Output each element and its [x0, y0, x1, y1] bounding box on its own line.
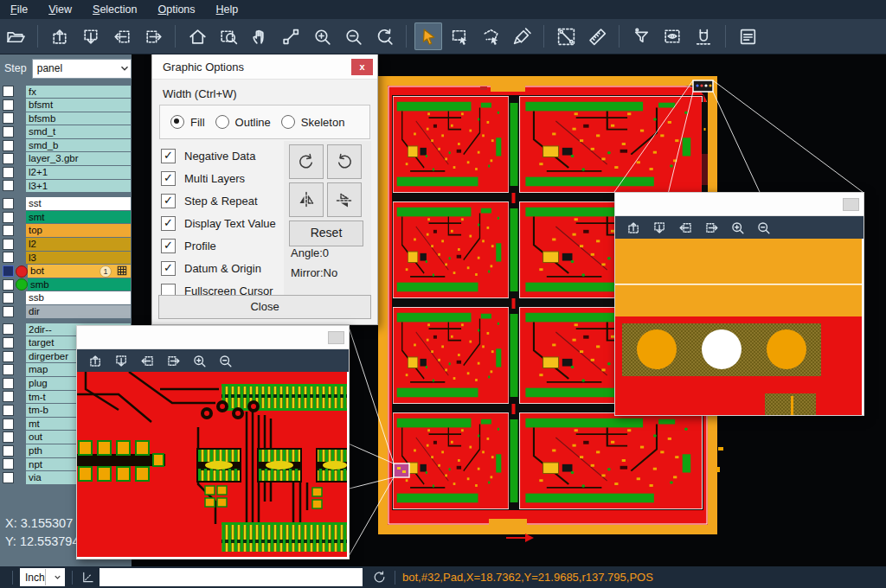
- tool-zoom-out[interactable]: [214, 350, 236, 371]
- dialog-close-button[interactable]: x: [351, 59, 373, 75]
- layer-visibility-checkbox[interactable]: [3, 292, 14, 304]
- magnifier-window-1[interactable]: [76, 325, 350, 559]
- tool-zoom-previous[interactable]: [370, 22, 398, 50]
- tool-select-rect[interactable]: [446, 22, 473, 50]
- tool-layers-panel[interactable]: [734, 22, 761, 50]
- command-input[interactable]: [100, 568, 363, 586]
- layer-row-l2[interactable]: l2: [0, 238, 132, 252]
- magnifier-window-button[interactable]: [328, 331, 344, 344]
- layer-visibility-checkbox[interactable]: [3, 391, 14, 402]
- tool-zoom-out[interactable]: [752, 217, 774, 238]
- layer-visibility-checkbox[interactable]: [3, 126, 14, 137]
- tool-measure-poly[interactable]: [277, 22, 305, 50]
- layer-visibility-checkbox[interactable]: [3, 140, 14, 151]
- tool-select-polygon[interactable]: [477, 22, 504, 50]
- tool-zoom-window[interactable]: [215, 22, 242, 50]
- layer-visibility-checkbox[interactable]: [3, 265, 14, 277]
- layer-visibility-checkbox[interactable]: [3, 351, 14, 362]
- layer-visibility-checkbox[interactable]: [3, 180, 14, 191]
- menu-item-selection[interactable]: Selection: [82, 1, 147, 18]
- layer-row-smd_t[interactable]: smd_t: [0, 125, 132, 139]
- layer-row-smb[interactable]: smb: [0, 278, 132, 291]
- tool-open-folder[interactable]: [2, 22, 29, 50]
- tool-zoom-in[interactable]: [726, 217, 748, 238]
- checkbox[interactable]: ✓: [161, 171, 176, 186]
- tool-pan-down[interactable]: [77, 22, 105, 50]
- tool-view-eye[interactable]: [658, 22, 686, 50]
- option-negative-data[interactable]: ✓Negative Data: [161, 144, 276, 167]
- tool-pan-left[interactable]: [674, 217, 697, 238]
- radio-option-skeleton[interactable]: Skeleton: [281, 115, 345, 129]
- tool-pan-right[interactable]: [700, 217, 722, 238]
- menu-item-file[interactable]: File: [0, 1, 38, 18]
- checkbox[interactable]: ✓: [161, 149, 176, 163]
- layer-visibility-checkbox[interactable]: [3, 472, 14, 483]
- layer-visibility-checkbox[interactable]: [3, 112, 14, 124]
- tool-pan-left[interactable]: [108, 22, 136, 50]
- layer-row-l3+1[interactable]: l3+1: [0, 179, 132, 193]
- tool-pan-hand[interactable]: [246, 22, 273, 50]
- layer-visibility-checkbox[interactable]: [3, 405, 14, 416]
- tool-pan-up[interactable]: [84, 350, 106, 371]
- tool-snap[interactable]: [690, 22, 717, 50]
- step-dropdown[interactable]: panel: [32, 59, 132, 79]
- layer-visibility-checkbox[interactable]: [3, 458, 14, 470]
- layer-visibility-checkbox[interactable]: [3, 153, 14, 164]
- layer-row-ssb[interactable]: ssb: [0, 291, 132, 305]
- radio-button[interactable]: [215, 115, 229, 129]
- layer-row-sst[interactable]: sst: [0, 197, 132, 211]
- layer-visibility-checkbox[interactable]: [3, 306, 14, 317]
- layer-row-l2+1[interactable]: l2+1: [0, 166, 132, 180]
- layer-visibility-checkbox[interactable]: [3, 225, 14, 236]
- layer-visibility-checkbox[interactable]: [3, 86, 14, 97]
- tool-pan-up[interactable]: [622, 217, 645, 238]
- checkbox[interactable]: ✓: [161, 261, 176, 276]
- tool-filter[interactable]: [627, 22, 655, 50]
- layer-row-l3[interactable]: l3: [0, 251, 132, 265]
- magnifier-window-button[interactable]: [843, 198, 859, 211]
- tool-zoom-in[interactable]: [188, 350, 210, 371]
- tool-pan-left[interactable]: [136, 350, 158, 371]
- layer-visibility-checkbox[interactable]: [3, 252, 14, 263]
- layer-row-bfsmt[interactable]: bfsmt: [0, 99, 132, 112]
- layer-visibility-checkbox[interactable]: [3, 239, 14, 250]
- menu-item-help[interactable]: Help: [206, 1, 249, 18]
- tool-zoom-in[interactable]: [308, 22, 336, 50]
- tool-pan-right[interactable]: [162, 350, 184, 371]
- rotate-cw-button[interactable]: [289, 144, 324, 179]
- layer-visibility-checkbox[interactable]: [3, 337, 14, 348]
- radio-option-fill[interactable]: Fill: [170, 115, 205, 129]
- layer-visibility-checkbox[interactable]: [3, 212, 14, 223]
- tool-select-cursor[interactable]: [414, 22, 442, 50]
- dialog-title-bar[interactable]: Graphic Options: [152, 54, 377, 80]
- layer-visibility-checkbox[interactable]: [3, 445, 14, 457]
- layer-visibility-checkbox[interactable]: [3, 323, 14, 335]
- refresh-icon[interactable]: [371, 569, 388, 585]
- reset-button[interactable]: Reset: [289, 220, 363, 246]
- layer-visibility-checkbox[interactable]: [3, 364, 14, 375]
- radio-option-outline[interactable]: Outline: [215, 115, 271, 129]
- layer-row-top[interactable]: top: [0, 224, 132, 238]
- tool-clear-brush[interactable]: [508, 22, 536, 50]
- unit-dropdown[interactable]: Inch: [20, 568, 65, 586]
- option-multi-layers[interactable]: ✓Multi Layers: [161, 167, 276, 189]
- layer-row-smd_b[interactable]: smd_b: [0, 138, 132, 152]
- layer-visibility-checkbox[interactable]: [3, 198, 14, 209]
- layer-visibility-checkbox[interactable]: [3, 419, 14, 430]
- radio-button[interactable]: [170, 115, 184, 129]
- tool-pan-down[interactable]: [110, 350, 132, 371]
- magnifier-title-bar[interactable]: [77, 326, 349, 349]
- layer-visibility-checkbox[interactable]: [3, 279, 14, 291]
- menu-item-view[interactable]: View: [38, 1, 82, 18]
- layer-visibility-checkbox[interactable]: [3, 378, 14, 389]
- layer-row-smt[interactable]: smt: [0, 210, 132, 224]
- checkbox[interactable]: ✓: [161, 239, 176, 253]
- layer-visibility-checkbox[interactable]: [3, 99, 14, 111]
- tool-pan-up[interactable]: [46, 22, 74, 50]
- magnifier-window-2[interactable]: [614, 192, 864, 416]
- option-display-text-value[interactable]: ✓Display Text Value: [161, 212, 276, 234]
- tool-zoom-out[interactable]: [339, 22, 367, 50]
- option-profile[interactable]: ✓Profile: [161, 234, 276, 257]
- layer-row-bfsmb[interactable]: bfsmb: [0, 112, 132, 125]
- magnifier-title-bar[interactable]: [615, 193, 864, 216]
